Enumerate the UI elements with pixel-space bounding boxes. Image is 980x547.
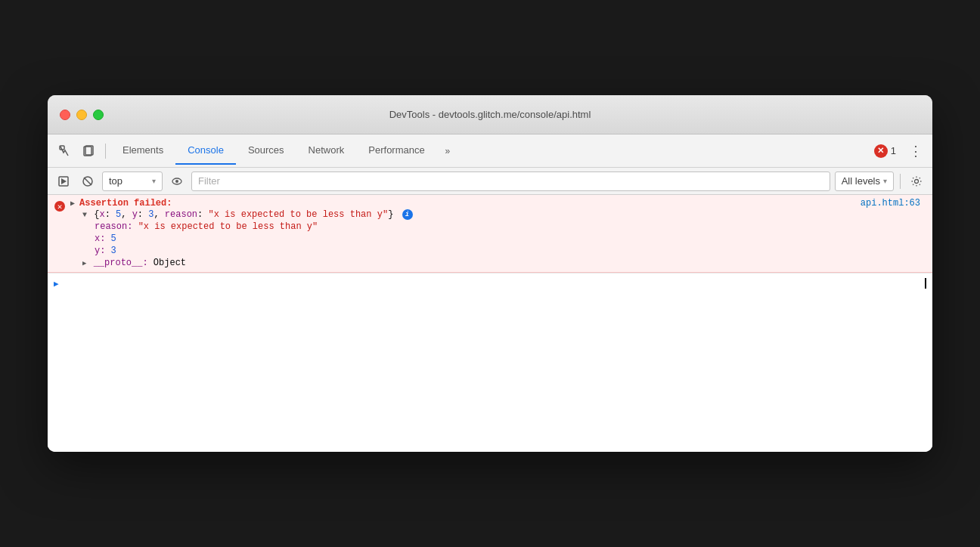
- error-count: 1: [891, 145, 896, 156]
- context-arrow-icon: ▾: [152, 177, 156, 185]
- x-property: x: 5: [70, 233, 926, 245]
- text-cursor: [925, 278, 926, 289]
- console-input[interactable]: [65, 278, 920, 289]
- tab-performance[interactable]: Performance: [356, 138, 436, 165]
- error-icon: ✕: [874, 144, 888, 158]
- info-icon: i: [402, 209, 413, 220]
- console-toolbar: top ▾ All levels ▾: [48, 168, 932, 195]
- proto-property: ▶ __proto__: Object: [70, 257, 926, 269]
- input-prompt-icon[interactable]: ▶: [54, 279, 59, 289]
- tab-elements[interactable]: Elements: [110, 138, 175, 165]
- toolbar-divider: [105, 144, 106, 159]
- clear-console-button[interactable]: [78, 172, 98, 191]
- levels-arrow-icon: ▾: [883, 177, 887, 185]
- error-circle-icon: ✕: [54, 200, 66, 215]
- traffic-lights: [60, 110, 104, 120]
- more-tabs-button[interactable]: »: [437, 141, 458, 162]
- filter-input[interactable]: [191, 172, 830, 191]
- object-expand-icon[interactable]: ▼: [82, 211, 87, 219]
- devtools-panel: Elements Console Sources Network Perform…: [48, 134, 932, 452]
- settings-button[interactable]: [907, 172, 926, 191]
- tab-console[interactable]: Console: [175, 138, 236, 165]
- context-selector[interactable]: top ▾: [102, 172, 163, 191]
- maximize-button[interactable]: [93, 110, 104, 120]
- device-toolbar-button[interactable]: [78, 141, 101, 162]
- source-link[interactable]: api.html:63: [861, 198, 926, 209]
- tab-network[interactable]: Network: [296, 138, 357, 165]
- svg-point-8: [175, 180, 178, 183]
- execute-context-button[interactable]: [54, 172, 73, 191]
- svg-point-9: [915, 179, 919, 183]
- close-button[interactable]: [60, 110, 70, 120]
- levels-selector[interactable]: All levels ▾: [835, 172, 894, 191]
- svg-rect-0: [60, 146, 64, 150]
- error-badge: ✕ 1: [868, 144, 902, 158]
- svg-line-6: [84, 178, 91, 185]
- console-toolbar-divider: [900, 174, 901, 189]
- y-property: y: 3: [70, 245, 926, 257]
- browser-window: DevTools - devtools.glitch.me/console/ap…: [48, 95, 932, 452]
- devtools-menu-button[interactable]: ⋮: [905, 141, 926, 162]
- error-content: ▶ Assertion failed: api.html:63 ▼ {x: 5,…: [70, 198, 926, 269]
- title-bar: DevTools - devtools.glitch.me/console/ap…: [48, 95, 932, 134]
- devtools-toolbar: Elements Console Sources Network Perform…: [48, 134, 932, 168]
- expand-arrow-icon[interactable]: ▶: [70, 199, 75, 208]
- object-preview-line: ▼ {x: 5, y: 3, reason: "x is expected to…: [70, 209, 926, 221]
- console-error-row: ✕ ▶ Assertion failed: api.html:63 ▼ {x: …: [48, 195, 932, 273]
- svg-marker-4: [61, 178, 67, 184]
- minimize-button[interactable]: [76, 110, 87, 120]
- console-output: ✕ ▶ Assertion failed: api.html:63 ▼ {x: …: [48, 195, 932, 452]
- assertion-line: ▶ Assertion failed: api.html:63: [70, 198, 926, 209]
- proto-expand-icon[interactable]: ▶: [82, 260, 86, 267]
- console-input-row: ▶: [48, 273, 932, 293]
- tab-sources[interactable]: Sources: [236, 138, 296, 165]
- reason-property: reason: "x is expected to be less than y…: [70, 221, 926, 233]
- eye-filter-button[interactable]: [167, 172, 187, 191]
- inspect-element-button[interactable]: [54, 141, 76, 162]
- svg-text:✕: ✕: [57, 202, 63, 212]
- assertion-text: Assertion failed:: [79, 198, 172, 209]
- window-title: DevTools - devtools.glitch.me/console/ap…: [389, 109, 591, 120]
